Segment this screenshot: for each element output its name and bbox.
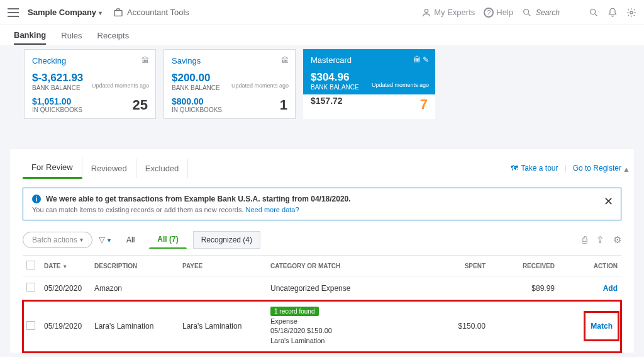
add-action[interactable]: Add <box>603 284 618 293</box>
qb-label: IN QUICKBOOKS <box>32 106 82 113</box>
briefcase-icon <box>113 8 123 18</box>
qb-label: IN QUICKBOOKS <box>172 106 222 113</box>
col-payee[interactable]: PAYEE <box>179 256 267 276</box>
col-received[interactable]: RECEIVED <box>489 256 558 276</box>
cell-spent: $150.00 <box>420 300 489 353</box>
qb-label: IN QUICKBOOKS <box>311 106 361 113</box>
record-found-badge: 1 record found <box>270 307 319 316</box>
company-selector[interactable]: Sample Company▾ <box>28 8 102 17</box>
batch-actions-button[interactable]: Batch actions ▾ <box>23 232 92 248</box>
bank-icon: 🏛 <box>281 56 289 65</box>
info-alert: iWe were able to get transactions from E… <box>23 188 621 220</box>
chevron-down-icon: ▾ <box>99 9 102 16</box>
cell-payee <box>179 276 267 300</box>
qb-balance: $157.72 <box>311 96 361 106</box>
qb-balance: $800.00 <box>172 96 222 106</box>
svg-point-4 <box>630 11 633 14</box>
info-icon: i <box>32 195 41 203</box>
svg-point-3 <box>591 9 596 14</box>
tx-count: 7 <box>420 96 428 113</box>
cell-spent <box>420 276 489 300</box>
transactions-table: DATE ▼ DESCRIPTION PAYEE CATEGORY OR MAT… <box>23 255 621 353</box>
account-card-savings[interactable]: Savings 🏛 $200.00 BANK BALANCE Updated m… <box>164 49 296 119</box>
filter-all-count[interactable]: All (7) <box>149 230 186 249</box>
updated-text: Updated moments ago <box>372 82 429 88</box>
print-icon[interactable]: ⎙ <box>582 234 587 246</box>
accountant-tools[interactable]: Accountant Tools <box>113 8 189 18</box>
settings-icon[interactable]: ⚙ <box>613 234 621 246</box>
search-icon <box>522 8 532 18</box>
go-to-register-link[interactable]: Go to Register <box>573 164 621 173</box>
cell-desc: Lara's Lamination <box>91 300 179 353</box>
qb-balance: $1,051.00 <box>32 96 82 106</box>
table-row[interactable]: 05/20/2020 Amazon Uncategorized Expense … <box>23 276 621 300</box>
filter-icon[interactable]: ▽▼ <box>99 235 112 244</box>
account-card-checking[interactable]: Checking 🏛 $-3,621.93 BANK BALANCE Updat… <box>24 49 156 119</box>
tx-count: 25 <box>133 97 148 113</box>
cell-received <box>489 300 558 353</box>
updated-text: Updated moments ago <box>92 82 149 89</box>
tab-rules[interactable]: Rules <box>61 27 82 44</box>
col-action[interactable]: ACTION <box>558 256 621 276</box>
accountant-tools-label: Accountant Tools <box>127 8 189 17</box>
tab-excluded[interactable]: Excluded <box>136 159 188 178</box>
cell-category: Uncategorized Expense <box>267 276 420 300</box>
svg-rect-0 <box>114 10 122 16</box>
alert-subtitle: You can match items to existing records … <box>32 206 243 213</box>
tab-banking[interactable]: Banking <box>14 26 46 45</box>
cell-payee: Lara's Lamination <box>179 300 267 353</box>
export-icon[interactable]: ⇪ <box>596 234 604 246</box>
col-date[interactable]: DATE <box>44 263 60 269</box>
bell-icon[interactable] <box>608 8 618 18</box>
help-icon: ? <box>484 8 494 18</box>
filter-recognized[interactable]: Recognized (4) <box>193 231 260 249</box>
filter-all[interactable]: All <box>118 231 143 249</box>
account-name: Savings <box>172 56 287 65</box>
col-spent[interactable]: SPENT <box>420 256 489 276</box>
tx-count: 1 <box>280 97 287 113</box>
match-action[interactable]: Match <box>591 322 613 331</box>
my-experts-label: My Experts <box>434 8 475 17</box>
gear-icon[interactable] <box>626 8 636 18</box>
account-card-mastercard[interactable]: Mastercard 🏛 ✎ $304.96 BANK BALANCE Upda… <box>303 49 435 119</box>
search-submit-icon[interactable] <box>589 8 599 18</box>
bank-edit-icon[interactable]: 🏛 ✎ <box>413 55 429 64</box>
bank-icon: 🏛 <box>142 56 149 65</box>
cell-date: 05/19/2020 <box>40 300 91 353</box>
company-name: Sample Company <box>28 8 96 17</box>
take-tour-link[interactable]: 🗺Take a tour <box>511 164 558 173</box>
need-more-data-link[interactable]: Need more data? <box>246 206 299 213</box>
search-input[interactable] <box>536 8 580 17</box>
svg-point-2 <box>524 9 529 14</box>
alert-title: We were able to get transactions from Ex… <box>46 195 351 203</box>
cell-desc: Amazon <box>91 276 179 300</box>
account-name: Checking <box>32 56 148 65</box>
select-all-checkbox[interactable] <box>26 261 35 269</box>
account-name: Mastercard <box>311 55 428 65</box>
sort-icon: ▼ <box>62 264 67 269</box>
help[interactable]: ? Help <box>484 8 513 18</box>
separator: | <box>565 164 567 173</box>
col-desc[interactable]: DESCRIPTION <box>91 256 179 276</box>
row-checkbox[interactable] <box>26 283 35 292</box>
chevron-down-icon: ▾ <box>80 236 83 243</box>
person-icon <box>421 8 431 18</box>
close-icon[interactable]: ✕ <box>604 195 613 208</box>
col-category[interactable]: CATEGORY OR MATCH <box>267 256 420 276</box>
tab-reviewed[interactable]: Reviewed <box>82 159 136 178</box>
menu-icon[interactable] <box>8 8 19 17</box>
cell-date: 05/20/2020 <box>40 276 91 300</box>
svg-point-1 <box>425 9 428 12</box>
tab-for-review[interactable]: For Review <box>23 157 82 179</box>
match-payee: Lara's Lamination <box>270 336 416 346</box>
help-label: Help <box>496 8 513 17</box>
row-checkbox[interactable] <box>26 321 35 330</box>
tab-receipts[interactable]: Receipts <box>97 27 130 44</box>
updated-text: Updated moments ago <box>231 82 289 89</box>
table-row[interactable]: 05/19/2020 Lara's Lamination Lara's Lami… <box>23 300 621 353</box>
my-experts[interactable]: My Experts <box>421 8 475 18</box>
cell-received: $89.99 <box>489 276 558 300</box>
search-box[interactable] <box>522 8 580 18</box>
match-type: Expense <box>270 317 416 326</box>
tour-icon: 🗺 <box>511 164 518 173</box>
